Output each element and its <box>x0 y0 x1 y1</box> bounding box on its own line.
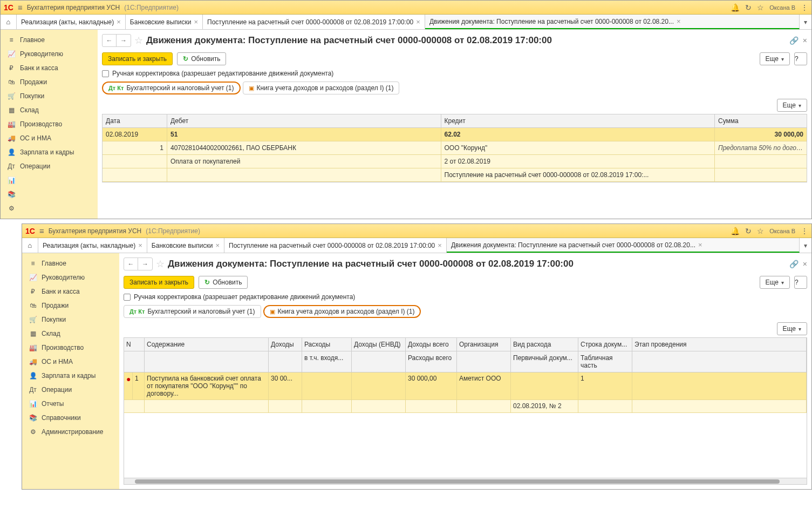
favorite-icon[interactable]: ☆ <box>134 35 143 46</box>
sidebar-item-warehouse[interactable]: ▦Склад <box>22 327 119 341</box>
tab-home[interactable]: ⌂ <box>1 15 17 29</box>
page-title: Движения документа: Поступление на расче… <box>168 259 786 269</box>
sidebar-item-refs[interactable]: 📚Справочники <box>22 411 119 425</box>
titlebar-dropdown-icon[interactable]: ⋮ <box>801 227 808 235</box>
sidebar-item-bank[interactable]: ₽Банк и касса <box>1 61 98 75</box>
manual-edit-checkbox[interactable] <box>124 294 131 301</box>
close-icon[interactable]: × <box>698 241 702 249</box>
tab-2[interactable]: Поступление на расчетный счет 0000-00000… <box>203 15 425 29</box>
sidebar-item-purchases[interactable]: 🛒Покупки <box>1 89 98 103</box>
titlebar-dropdown-icon[interactable]: ⋮ <box>801 3 808 12</box>
link-icon[interactable]: 🔗 <box>789 36 799 45</box>
sidebar-item-salary[interactable]: 👤Зарплата и кадры <box>22 369 119 383</box>
close-icon[interactable]: × <box>194 18 198 26</box>
sidebar-item-os[interactable]: 🚚ОС и НМА <box>22 355 119 369</box>
close-icon[interactable]: × <box>138 241 142 249</box>
history-icon[interactable]: ↻ <box>745 3 752 12</box>
menu-icon[interactable]: ≡ <box>18 3 23 12</box>
sidebar-item-sales[interactable]: 🛍Продажи <box>1 75 98 89</box>
refresh-button[interactable]: ↻Обновить <box>199 276 248 289</box>
tab-kudir[interactable]: ▣Книга учета доходов и расходов (раздел … <box>243 82 400 94</box>
sidebar-item-ops[interactable]: ДтОперации <box>22 383 119 397</box>
more-button[interactable]: Еще <box>760 276 790 289</box>
tab-1[interactable]: Банковские выписки× <box>126 15 203 29</box>
favorite-icon[interactable]: ☆ <box>156 258 165 270</box>
grid-row[interactable]: 02.08.2019, № 2 <box>124 400 807 413</box>
tab-2[interactable]: Поступление на расчетный счет 0000-00000… <box>224 238 447 253</box>
sidebar-item-os[interactable]: 🚚ОС и НМА <box>1 131 98 145</box>
sidebar-item-salary[interactable]: 👤Зарплата и кадры <box>1 145 98 159</box>
close-page-icon[interactable]: × <box>803 36 807 45</box>
grid-more-button[interactable]: Еще <box>777 322 807 335</box>
user-label: Оксана В <box>769 228 795 234</box>
forward-button[interactable]: → <box>138 258 152 270</box>
grid-row[interactable]: 1 40702810440020002661, ПАО СБЕРБАНК ООО… <box>103 141 807 155</box>
star-icon[interactable]: ☆ <box>757 3 764 12</box>
forward-button[interactable]: → <box>117 35 131 46</box>
sidebar-item-boss[interactable]: 📈Руководителю <box>22 270 119 284</box>
refresh-button[interactable]: ↻Обновить <box>177 52 226 65</box>
back-button[interactable]: ← <box>103 35 117 46</box>
tab-0[interactable]: Реализация (акты, накладные)× <box>17 15 126 29</box>
save-close-button[interactable]: Записать и закрыть <box>124 276 194 289</box>
tab-label: Банковские выписки <box>152 242 213 249</box>
sidebar-item-production[interactable]: 🏭Производство <box>1 117 98 131</box>
app-sub: (1С:Предприятие) <box>124 4 179 11</box>
sidebar-item-reports[interactable]: 📊 <box>1 173 98 187</box>
tab-0[interactable]: Реализация (акты, накладные)× <box>38 238 147 253</box>
tab-accounting[interactable]: Дт КтБухгалтерский и налоговый учет (1) <box>102 82 241 94</box>
sidebar-item-admin[interactable]: ⚙Администрирование <box>22 425 119 439</box>
close-icon[interactable]: × <box>677 17 681 25</box>
save-close-button[interactable]: Записать и закрыть <box>102 52 173 65</box>
history-icon[interactable]: ↻ <box>745 227 752 235</box>
help-button[interactable]: ? <box>794 52 807 65</box>
sidebar-item-sales[interactable]: 🛍Продажи <box>22 299 119 313</box>
sidebar-item-main[interactable]: ≡Главное <box>1 33 98 47</box>
sidebar-item-production[interactable]: 🏭Производство <box>22 341 119 355</box>
tab-1[interactable]: Банковские выписки× <box>147 238 224 253</box>
sidebar-item-main[interactable]: ≡Главное <box>22 256 119 270</box>
sidebar-item-refs[interactable]: 📚 <box>1 187 98 201</box>
grid-row[interactable]: ● 1 Поступила на банковский счет оплата … <box>124 372 807 400</box>
sidebar-item-reports[interactable]: 📊Отчеты <box>22 397 119 411</box>
sidebar: ≡Главное 📈Руководителю ₽Банк и касса 🛍Пр… <box>22 253 119 489</box>
close-page-icon[interactable]: × <box>803 260 807 268</box>
close-icon[interactable]: × <box>438 241 442 249</box>
menu-icon[interactable]: ≡ <box>39 226 44 235</box>
bell-icon[interactable]: 🔔 <box>731 227 740 235</box>
close-icon[interactable]: × <box>416 18 420 26</box>
scroll-thumb[interactable] <box>135 479 780 484</box>
tab-dropdown-icon[interactable]: ▾ <box>800 15 811 29</box>
sidebar-item-purchases[interactable]: 🛒Покупки <box>22 313 119 327</box>
close-icon[interactable]: × <box>215 241 220 249</box>
link-icon[interactable]: 🔗 <box>789 260 799 268</box>
grid-row[interactable]: Поступление на расчетный счет 0000-00000… <box>103 168 807 182</box>
tab-3[interactable]: Движения документа: Поступление на расче… <box>447 238 800 253</box>
cell-credit-doc: Поступление на расчетный счет 0000-00000… <box>441 168 715 181</box>
sidebar-item-warehouse[interactable]: ▦Склад <box>1 103 98 117</box>
back-button[interactable]: ← <box>124 258 138 270</box>
grid-row[interactable]: 02.08.2019 51 62.02 30 000,00 <box>103 128 807 141</box>
sidebar-item-bank[interactable]: ₽Банк и касса <box>22 284 119 299</box>
tab-3[interactable]: Движения документа: Поступление на расче… <box>425 15 800 29</box>
manual-edit-checkbox[interactable] <box>102 70 109 77</box>
more-button[interactable]: Еще <box>760 52 790 65</box>
grid-more-button[interactable]: Еще <box>777 99 807 112</box>
col-exp-total: Расходы всего <box>406 351 457 372</box>
horizontal-scrollbar[interactable] <box>124 478 807 484</box>
sidebar-item-ops[interactable]: ДтОперации <box>1 159 98 173</box>
dot-icon: ● <box>126 375 131 383</box>
sidebar-label: Склад <box>42 330 60 337</box>
tab-accounting[interactable]: Дт КтБухгалтерский и налоговый учет (1) <box>124 305 261 318</box>
help-button[interactable]: ? <box>794 276 807 289</box>
sidebar-item-admin[interactable]: ⚙ <box>1 201 98 215</box>
star-icon[interactable]: ☆ <box>757 227 764 235</box>
sidebar-item-boss[interactable]: 📈Руководителю <box>1 47 98 61</box>
tab-dropdown-icon[interactable]: ▾ <box>800 238 811 253</box>
sidebar-label: Руководителю <box>20 50 63 58</box>
bell-icon[interactable]: 🔔 <box>731 3 740 12</box>
grid-row[interactable]: Оплата от покупателей 2 от 02.08.2019 <box>103 155 807 168</box>
tab-home[interactable]: ⌂ <box>22 238 38 253</box>
tab-kudir[interactable]: ▣Книга учета доходов и расходов (раздел … <box>263 305 421 318</box>
close-icon[interactable]: × <box>117 18 121 26</box>
